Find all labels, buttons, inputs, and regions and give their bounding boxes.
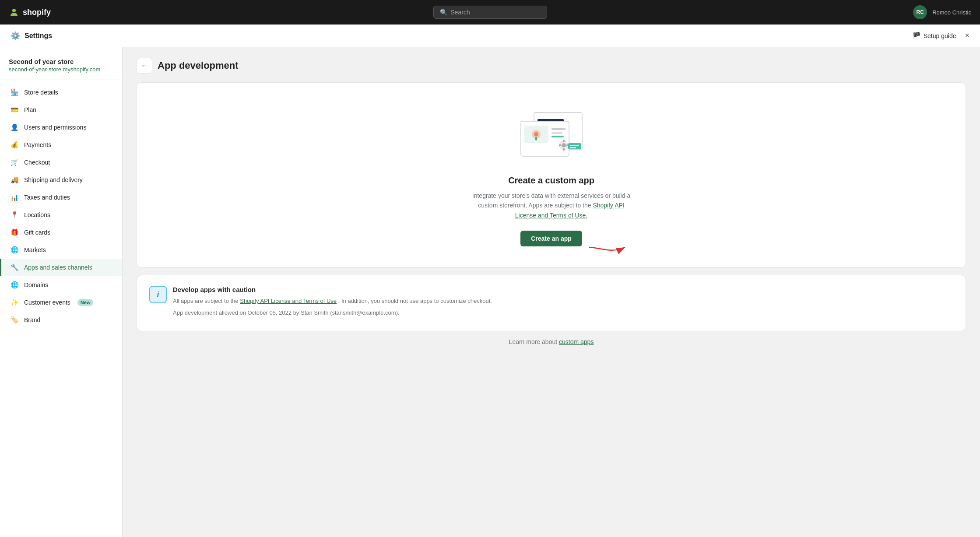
sidebar-item-users-permissions[interactable]: 👤Users and permissions bbox=[0, 119, 122, 136]
new-badge-customer-events: New bbox=[77, 299, 94, 306]
sidebar-item-customer-events[interactable]: ✨Customer eventsNew bbox=[0, 294, 122, 311]
user-avatar: RC bbox=[913, 5, 927, 19]
sidebar-item-gift-cards[interactable]: 🎁Gift cards bbox=[0, 224, 122, 241]
sidebar-item-label-markets: Markets bbox=[24, 246, 46, 253]
settings-header: ⚙️ Settings 🏴 Setup guide × bbox=[0, 25, 980, 47]
svg-rect-21 bbox=[570, 145, 579, 146]
page-header: ← App development bbox=[137, 58, 966, 74]
caution-content: Develop apps with caution All apps are s… bbox=[173, 286, 953, 320]
sidebar-item-label-payments: Payments bbox=[24, 141, 51, 148]
checkout-icon: 🛒 bbox=[10, 158, 19, 167]
page-title: App development bbox=[158, 60, 239, 71]
setup-guide-button[interactable]: 🏴 Setup guide bbox=[912, 32, 956, 40]
store-details-icon: 🏪 bbox=[10, 88, 19, 97]
sidebar-item-store-details[interactable]: 🏪Store details bbox=[0, 84, 122, 101]
sidebar-item-label-taxes-duties: Taxes and duties bbox=[24, 194, 70, 201]
close-button[interactable]: × bbox=[965, 31, 969, 40]
back-icon: ← bbox=[141, 62, 148, 70]
main-content: ← App development bbox=[123, 47, 980, 537]
search-icon: 🔍 bbox=[440, 9, 447, 16]
svg-point-12 bbox=[534, 132, 538, 137]
sidebar: Second of year store second-of-year-stor… bbox=[0, 47, 123, 537]
shipping-delivery-icon: 🚚 bbox=[10, 175, 19, 184]
shopify-logo: shopify bbox=[9, 7, 51, 18]
custom-apps-link[interactable]: custom apps bbox=[559, 338, 594, 345]
sidebar-item-label-plan: Plan bbox=[24, 106, 36, 113]
svg-rect-9 bbox=[551, 136, 564, 137]
settings-title: Settings bbox=[25, 32, 52, 40]
sidebar-item-taxes-duties[interactable]: 📊Taxes and duties bbox=[0, 189, 122, 206]
caution-title: Develop apps with caution bbox=[173, 286, 953, 293]
create-app-button[interactable]: Create an app bbox=[520, 231, 582, 246]
svg-rect-13 bbox=[535, 137, 537, 140]
customer-events-icon: ✨ bbox=[10, 298, 19, 307]
payments-icon: 💰 bbox=[10, 140, 19, 149]
topbar-right: RC Romeo Christic bbox=[913, 5, 971, 19]
sidebar-item-label-locations: Locations bbox=[24, 211, 50, 218]
main-layout: Second of year store second-of-year-stor… bbox=[0, 47, 980, 537]
sidebar-item-label-users-permissions: Users and permissions bbox=[24, 124, 86, 131]
nav-list: 🏪Store details💳Plan👤Users and permission… bbox=[0, 84, 122, 329]
search-bar[interactable]: 🔍 Search bbox=[433, 6, 547, 19]
svg-point-0 bbox=[12, 9, 16, 12]
brand-icon: 🏷️ bbox=[10, 316, 19, 324]
apps-sales-channels-icon: 🔧 bbox=[10, 263, 19, 272]
sidebar-item-label-store-details: Store details bbox=[24, 89, 58, 96]
svg-point-15 bbox=[562, 143, 566, 147]
create-app-desc: Integrate your store's data with externa… bbox=[468, 191, 635, 220]
users-permissions-icon: 👤 bbox=[10, 123, 19, 132]
flag-icon: 🏴 bbox=[912, 32, 921, 40]
caution-card: i Develop apps with caution All apps are… bbox=[137, 275, 966, 331]
api-license-link-2[interactable]: Shopify API License and Terms of Use bbox=[240, 298, 337, 304]
sidebar-item-label-shipping-delivery: Shipping and delivery bbox=[24, 176, 83, 183]
sidebar-item-domains[interactable]: 🌐Domains bbox=[0, 276, 122, 294]
sidebar-item-apps-sales-channels[interactable]: 🔧Apps and sales channels bbox=[0, 259, 122, 276]
sidebar-item-label-checkout: Checkout bbox=[24, 159, 50, 166]
svg-rect-18 bbox=[559, 144, 561, 146]
markets-icon: 🌐 bbox=[10, 246, 19, 254]
sidebar-item-brand[interactable]: 🏷️Brand bbox=[0, 311, 122, 329]
plan-icon: 💳 bbox=[10, 105, 19, 114]
gift-cards-icon: 🎁 bbox=[10, 228, 19, 237]
info-icon: i bbox=[149, 286, 167, 303]
caution-line2: App development allowed on October 05, 2… bbox=[173, 309, 953, 318]
domains-icon: 🌐 bbox=[10, 281, 19, 289]
create-app-btn-container: Create an app bbox=[520, 231, 582, 246]
learn-more: Learn more about custom apps bbox=[137, 338, 966, 345]
gear-icon: ⚙️ bbox=[11, 31, 20, 41]
store-name: Second of year store bbox=[9, 58, 113, 65]
sidebar-item-plan[interactable]: 💳Plan bbox=[0, 101, 122, 119]
create-app-title: Create a custom app bbox=[508, 175, 594, 186]
svg-rect-7 bbox=[551, 128, 566, 130]
caution-line1: All apps are subject to the Shopify API … bbox=[173, 297, 953, 306]
back-button[interactable]: ← bbox=[137, 58, 152, 74]
taxes-duties-icon: 📊 bbox=[10, 193, 19, 202]
create-app-card: Create a custom app Integrate your store… bbox=[137, 82, 966, 268]
sidebar-item-locations[interactable]: 📍Locations bbox=[0, 206, 122, 224]
svg-rect-22 bbox=[570, 147, 576, 148]
app-illustration bbox=[512, 104, 591, 165]
sidebar-item-label-apps-sales-channels: Apps and sales channels bbox=[24, 264, 92, 271]
sidebar-item-shipping-delivery[interactable]: 🚚Shipping and delivery bbox=[0, 171, 122, 189]
sidebar-item-label-brand: Brand bbox=[24, 316, 40, 323]
svg-rect-8 bbox=[551, 132, 562, 134]
sidebar-item-payments[interactable]: 💰Payments bbox=[0, 136, 122, 154]
sidebar-item-label-domains: Domains bbox=[24, 281, 48, 288]
store-url[interactable]: second-of-year-store.myshopify.com bbox=[9, 66, 113, 73]
svg-rect-17 bbox=[563, 148, 565, 151]
sidebar-item-label-gift-cards: Gift cards bbox=[24, 229, 50, 236]
locations-icon: 📍 bbox=[10, 211, 19, 219]
svg-rect-16 bbox=[563, 140, 565, 142]
sidebar-item-label-customer-events: Customer events bbox=[24, 299, 70, 306]
store-info: Second of year store second-of-year-stor… bbox=[0, 54, 122, 80]
caution-header: i Develop apps with caution All apps are… bbox=[149, 286, 953, 320]
user-name: Romeo Christic bbox=[932, 9, 971, 16]
settings-header-title-group: ⚙️ Settings bbox=[11, 31, 52, 41]
settings-header-actions: 🏴 Setup guide × bbox=[912, 31, 969, 40]
arrow-annotation bbox=[586, 239, 629, 256]
topbar: shopify 🔍 Search RC Romeo Christic bbox=[0, 0, 980, 25]
sidebar-item-markets[interactable]: 🌐Markets bbox=[0, 241, 122, 259]
sidebar-item-checkout[interactable]: 🛒Checkout bbox=[0, 154, 122, 171]
